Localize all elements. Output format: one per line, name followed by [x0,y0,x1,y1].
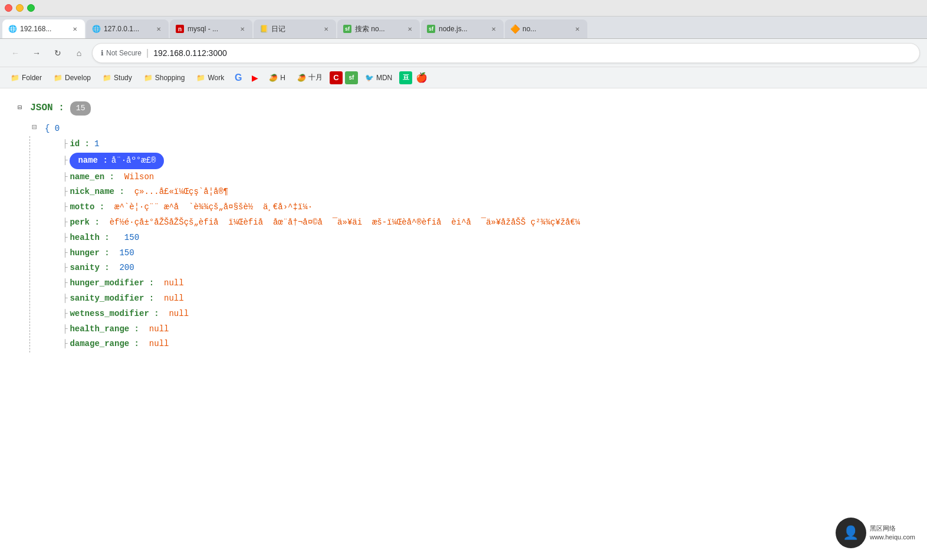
bookmark-shopping-label: Shopping [155,74,185,82]
json-field-id: ├ id : 1 [63,137,909,151]
key-hunger: hunger : [70,246,109,261]
json-field-damage-range: ├ damage_range : null [63,337,909,351]
tab-close-2[interactable]: ✕ [154,25,163,33]
bookmark-develop[interactable]: 📁 Develop [49,71,96,84]
url-bar[interactable]: ℹ Not Secure | 192.168.0.112:3000 [92,43,920,63]
value-motto: æ^`è¦·ç¨¨ æ^å `è¾¾çš„å¤§šè½ ä¸€å›^‡ï¼· [104,200,313,215]
value-health-range: null [139,322,169,337]
bookmark-folder-label: Folder [22,74,42,82]
tab-title-1: 192.168... [20,25,67,33]
key-perk: perk : [70,216,99,230]
folder-shopping-icon: 📁 [144,74,153,82]
bookmark-folder[interactable]: 📁 Folder [6,71,47,84]
json-field-sanity-modifier: ├ sanity_modifier : null [63,292,909,306]
security-indicator: ℹ Not Secure [101,49,142,57]
key-damage-range: damage_range : [70,337,139,351]
bookmark-october-label: 十月 [308,73,323,83]
watermark-text: 黑区网络 www.heiqu.com [870,524,915,542]
tab-title-3: mysql - ... [188,25,235,33]
folder-icon: 📁 [11,74,19,82]
refresh-button[interactable]: ↻ [50,45,66,61]
home-button[interactable]: ⌂ [71,45,87,61]
tab-close-5[interactable]: ✕ [406,25,414,33]
maximize-button[interactable] [27,4,35,12]
bookmark-study[interactable]: 📁 Study [98,71,137,84]
browser-window: 🌐 192.168... ✕ 🌐 127.0.0.1... ✕ n mysql … [0,0,927,560]
url-separator: | [146,48,149,58]
tab-title-5: 搜索 no... [355,24,402,34]
tab-7[interactable]: 🔶 no... ✕ [505,19,587,38]
tab-favicon-6: sf [427,25,435,33]
mango-icon-oct: 🥭 [297,74,306,82]
json-field-name-en: ├ name_en : Wilson [63,170,909,185]
json-field-hunger: ├ hunger : 150 [63,246,909,261]
value-wetness-modifier: null [159,307,189,321]
key-health: health : [70,231,109,245]
value-id: 1 [94,137,99,151]
key-sanity: sanity : [70,261,109,275]
tab-close-4[interactable]: ✕ [322,25,330,33]
titlebar [0,0,927,17]
json-header: ⊟ JSON : 15 [18,100,909,116]
watermark-line1: 黑区网络 [870,524,915,533]
tab-5[interactable]: sf 搜索 no... ✕ [337,19,420,38]
json-viewer: ⊟ JSON : 15 ⊟ { 0 ├ id : [18,100,909,353]
tab-close-3[interactable]: ✕ [238,25,246,33]
forward-button[interactable]: → [28,45,45,61]
tab-6[interactable]: sf node.js... ✕ [421,19,504,38]
close-button[interactable] [5,4,12,12]
google-icon[interactable]: G [231,71,245,85]
json-count-badge: 15 [70,101,91,116]
bookmark-mdn-label: MDN [376,74,392,82]
json-index-0: { 0 [45,122,60,136]
c-icon[interactable]: C [330,71,343,84]
apple-icon[interactable]: 🍎 [415,71,429,85]
tab-favicon-4: 📒 [259,25,268,33]
bookmark-work[interactable]: 📁 Work [192,71,229,84]
value-health: 150 [110,231,139,245]
sf-icon[interactable]: sf [345,71,358,84]
collapse-toggle[interactable]: ⊟ [18,102,22,114]
value-nick-name: ç»...å£«ï¼Œçş`å¦å®¶ [124,185,228,199]
key-wetness-modifier: wetness_modifier : [70,307,159,321]
watermark-icon: 👤 [836,518,866,548]
minimize-button[interactable] [16,4,24,12]
bookmarks-bar: 📁 Folder 📁 Develop 📁 Study 📁 Shopping 📁 … [0,67,927,88]
tabbar: 🌐 192.168... ✕ 🌐 127.0.0.1... ✕ n mysql … [0,17,927,39]
json-field-wetness-modifier: ├ wetness_modifier : null [63,307,909,321]
tab-title-2: 127.0.0.1... [104,25,151,33]
json-field-motto: ├ motto : æ^`è¦·ç¨¨ æ^å `è¾¾çš„å¤§šè½ ä¸… [63,200,909,215]
json-field-hunger-modifier: ├ hunger_modifier : null [63,276,909,291]
traffic-lights [5,4,35,12]
json-field-health: ├ health : 150 [63,231,909,245]
addressbar: ← → ↻ ⌂ ℹ Not Secure | 192.168.0.112:300… [0,39,927,67]
json-field-name: ├ name : å¨·åº°æ£® [63,153,909,169]
tab-1[interactable]: 🌐 192.168... ✕ [2,19,85,38]
json-field-sanity: ├ sanity : 200 [63,261,909,275]
watermark-line2: www.heiqu.com [870,533,915,542]
tab-2[interactable]: 🌐 127.0.0.1... ✕ [86,19,169,38]
back-button[interactable]: ← [7,45,24,61]
tab-3[interactable]: n mysql - ... ✕ [170,19,252,38]
tab-favicon-2: 🌐 [92,25,100,33]
value-sanity-modifier: null [154,292,183,306]
youtube-icon[interactable]: ▶ [248,71,262,85]
value-perk: èf½é·çå±°åŽŠåŽŠçš„èfiå ï¼Œèfiå åœ¨å†¬å¤©… [100,216,580,230]
bookmark-shopping[interactable]: 📁 Shopping [139,71,190,84]
url-text[interactable]: 192.168.0.112:3000 [153,48,911,58]
tab-favicon-3: n [176,25,184,33]
folder-study-icon: 📁 [103,74,111,82]
key-hunger-modifier: hunger_modifier : [70,276,154,291]
douban-icon[interactable]: 豆 [399,71,412,84]
bookmark-h[interactable]: 🥭 H [264,71,290,84]
tab-close-1[interactable]: ✕ [71,25,79,33]
tab-close-6[interactable]: ✕ [489,25,498,33]
tab-close-7[interactable]: ✕ [573,25,581,33]
tab-4[interactable]: 📒 日记 ✕ [254,19,336,38]
tab-title-7: no... [522,25,570,33]
bookmark-mdn[interactable]: 🐦 MDN [360,71,397,84]
json-field-perk: ├ perk : èf½é·çå±°åŽŠåŽŠçš„èfiå ï¼Œèfiå … [63,216,909,230]
bookmark-october[interactable]: 🥭 十月 [292,70,327,85]
folder-develop-icon: 📁 [54,74,63,82]
tab-favicon-7: 🔶 [511,25,519,33]
